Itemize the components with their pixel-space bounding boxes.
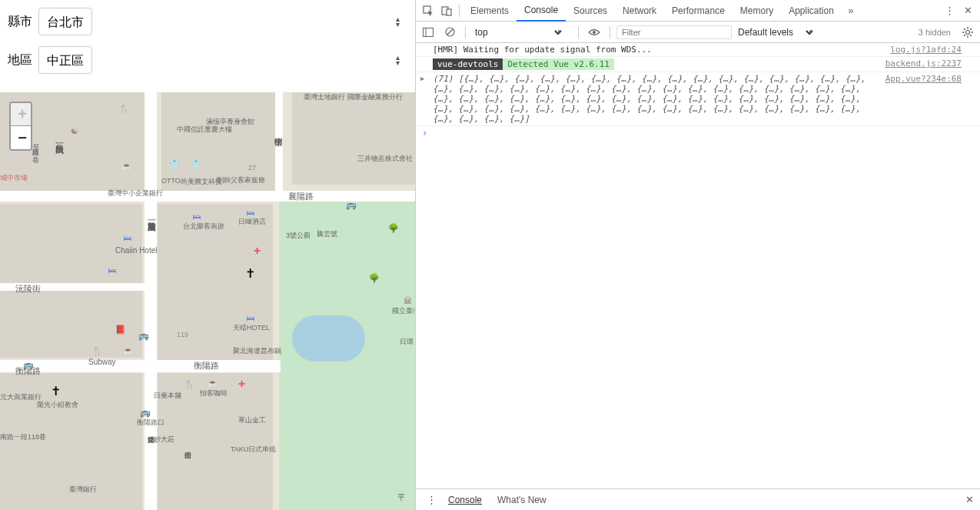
poi-label: 119	[177, 331, 188, 338]
cafe-icon: ☕	[208, 378, 217, 388]
cafe-icon: ☕	[121, 162, 131, 171]
poi-label: 日藥本舖	[154, 391, 181, 401]
hidden-count: 3 hidden	[919, 28, 955, 37]
expand-icon[interactable]: ▶	[420, 75, 424, 82]
tab-network[interactable]: Network	[615, 0, 664, 22]
county-label: 縣市	[8, 14, 38, 30]
devtools-tabs: Elements Console Sources Network Perform…	[416, 0, 980, 22]
console-prompt[interactable]: ›	[416, 126, 980, 140]
district-select[interactable]: 中正區	[38, 46, 92, 74]
poi-label: 衡陽路口	[137, 418, 164, 428]
devtools-drawer: ⋮ Console What's New ✕	[416, 488, 980, 510]
filter-input[interactable]	[616, 25, 732, 39]
poi-icon: ☯	[71, 126, 80, 135]
poi-label: Chaiin Hotel	[115, 246, 157, 255]
poi-label: 3號公廁	[286, 231, 311, 241]
more-tabs-icon[interactable]: »	[842, 2, 860, 20]
cross-icon: ✝	[51, 384, 60, 393]
zoom-out-button[interactable]: −	[11, 126, 32, 149]
tree-icon: 🌳	[388, 223, 397, 232]
poi-label: 尚美圖文科技	[181, 177, 222, 187]
drawer-tab-console[interactable]: Console	[440, 495, 490, 505]
restaurant-icon: 🍴	[92, 346, 101, 355]
kebab-icon[interactable]: ⋮	[422, 491, 440, 509]
poi-label: 日暉酒店	[238, 217, 266, 227]
svg-line-6	[447, 29, 453, 35]
inspect-icon[interactable]	[419, 2, 437, 20]
poi-label: 騰雲號	[317, 229, 337, 239]
county-select[interactable]: 台北市	[38, 8, 92, 35]
tab-memory[interactable]: Memory	[733, 0, 781, 22]
svg-rect-2	[447, 9, 451, 15]
select-arrows-icon: ▴▾	[396, 55, 400, 65]
poi-label: 天晴HOTEL	[233, 323, 270, 333]
shop-icon: 👕	[169, 160, 178, 169]
map[interactable]: 襄陽路 沅陵街 衡陽路 衡陽路 武昌街一段 重慶南路一段 武昌街一段 懷寧街 博…	[0, 92, 415, 510]
levels-select[interactable]: Default levels	[735, 25, 816, 40]
tab-performance[interactable]: Performance	[664, 0, 733, 22]
medical-icon: ✚	[254, 246, 263, 255]
map-tiles: 襄陽路 沅陵街 衡陽路 衡陽路 武昌街一段 重慶南路一段 武昌街一段 懷寧街 博…	[0, 92, 415, 510]
tab-elements[interactable]: Elements	[463, 0, 517, 22]
road-label: 襄陽路	[288, 191, 314, 202]
filter-form: 縣市 台北市 ▴▾ 地區 中正區 ▴▾	[0, 0, 415, 92]
poi-label: 怡客咖啡	[200, 388, 228, 398]
map-water	[292, 315, 365, 362]
close-icon[interactable]: ✕	[958, 2, 977, 20]
svg-line-16	[970, 28, 972, 30]
eye-icon[interactable]	[585, 23, 603, 42]
log-source-link[interactable]: log.js?1afd:24	[890, 45, 962, 55]
bus-icon: 🚌	[23, 360, 32, 369]
road-label: 沅陵街	[15, 283, 41, 295]
log-line: vue-devtools Detected Vue v2.6.11 backen…	[416, 57, 980, 72]
hotel-icon: 🛏	[123, 233, 132, 242]
poi-label: 城中市場	[0, 173, 28, 183]
log-source-link[interactable]: backend.js:2237	[885, 58, 962, 70]
array-preview: [{…}, {…}, {…}, {…}, {…}, {…}, {…}, {…},…	[433, 74, 865, 124]
restaurant-icon: 🍴	[184, 379, 194, 388]
library-icon: 📕	[115, 325, 125, 334]
poi-label: 台北樂客商旅	[183, 222, 224, 232]
cafe-icon: ☕	[123, 346, 132, 355]
poi-label: 元大商業銀行	[0, 392, 42, 402]
poi-label: TAKU日式串燒	[231, 445, 276, 455]
close-icon[interactable]: ✕	[965, 494, 974, 505]
sidebar-toggle-icon[interactable]	[419, 23, 437, 42]
tab-application[interactable]: Application	[781, 0, 842, 22]
zoom-in-button[interactable]: +	[11, 103, 32, 126]
svg-point-7	[593, 31, 596, 34]
district-row: 地區 中正區 ▴▾	[8, 46, 407, 74]
clear-console-icon[interactable]	[440, 23, 459, 42]
svg-rect-3	[424, 28, 434, 36]
poi-label: 臺灣中小企業銀行	[108, 188, 163, 198]
poi-label: 平	[397, 492, 405, 503]
kebab-icon[interactable]: ⋮	[940, 2, 958, 20]
bus-icon: 🚌	[140, 408, 149, 417]
poi-label: 劉師父客家板條	[217, 175, 265, 185]
app-panel: 縣市 台北市 ▴▾ 地區 中正區 ▴▾	[0, 0, 415, 510]
tab-sources[interactable]: Sources	[566, 0, 615, 22]
svg-line-14	[970, 35, 972, 36]
divider	[578, 26, 579, 38]
tab-console[interactable]: Console	[517, 0, 566, 22]
poi-label: 滿憶亭養身會館	[206, 117, 254, 127]
vue-detected-badge: Detected Vue v2.6.11	[503, 58, 613, 70]
devtools-panel: Elements Console Sources Network Perform…	[415, 0, 980, 510]
drawer-tab-whatsnew[interactable]: What's New	[490, 495, 554, 505]
log-source-link[interactable]: App.vue?234e:68	[885, 74, 962, 84]
svg-point-8	[966, 30, 970, 34]
log-array[interactable]: (71) [{…}, {…}, {…}, {…}, {…}, {…}, {…},…	[433, 74, 885, 124]
poi-label: 27	[248, 164, 256, 172]
divider	[465, 26, 466, 38]
device-toggle-icon[interactable]	[437, 2, 456, 20]
poi-label: 日環	[400, 337, 414, 347]
svg-line-15	[964, 35, 965, 36]
district-label: 地區	[8, 52, 38, 68]
context-select[interactable]: top	[472, 25, 564, 40]
vue-badge: vue-devtools	[433, 58, 503, 70]
poi-label: 國立臺灣博物館	[392, 306, 415, 316]
hotel-icon: 🛏	[192, 212, 201, 221]
poi-label: 三井物産株式會社 旧慶	[357, 154, 415, 164]
poi-label: OTTO	[161, 177, 181, 185]
gear-icon[interactable]	[958, 23, 977, 42]
